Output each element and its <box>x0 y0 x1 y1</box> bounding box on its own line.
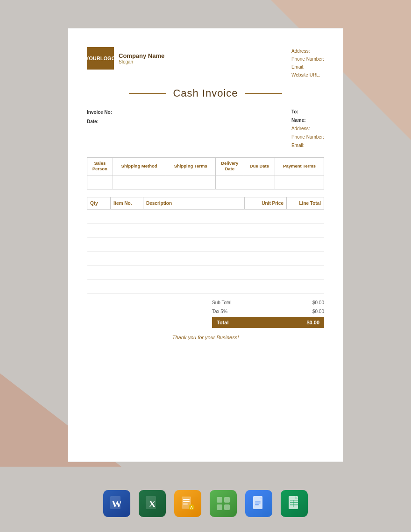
word-svg: W <box>108 495 125 512</box>
table-row <box>87 223 324 237</box>
line-total-cell <box>287 251 324 265</box>
unit-price-cell <box>245 251 287 265</box>
qty-cell <box>87 251 111 265</box>
svg-text:A: A <box>190 505 193 510</box>
word-icon[interactable]: W <box>103 490 130 517</box>
svg-rect-5 <box>183 499 190 500</box>
invoice-no-label: Invoice No: <box>87 110 112 115</box>
phone-row: Phone Number: <box>291 133 324 141</box>
item-no-cell <box>111 251 143 265</box>
col-shipping-terms: Shipping Terms <box>166 158 215 175</box>
invoice-meta: Invoice No: Date: To: Name: Address: Pho… <box>87 108 324 150</box>
items-table: Qty Item No. Description Unit Price Line… <box>87 197 324 294</box>
numbers-icon[interactable] <box>210 490 237 517</box>
table-row <box>87 265 324 279</box>
line-total-cell <box>287 209 324 223</box>
desc-cell <box>143 209 245 223</box>
invoice-document: YOUR LOGO Company Name Slogan Address: P… <box>68 28 343 462</box>
table-row <box>87 209 324 223</box>
meta-left: Invoice No: Date: <box>87 108 112 150</box>
phone-label: Phone Number: <box>291 55 324 63</box>
sales-person-cell <box>87 175 113 189</box>
svg-rect-23 <box>290 504 298 505</box>
logo-text: YOUR <box>85 55 100 62</box>
qty-cell <box>87 223 111 237</box>
pages-icon[interactable]: A <box>174 490 201 517</box>
svg-rect-6 <box>183 501 190 502</box>
gsheets-svg <box>286 495 303 512</box>
app-icons-bar: W X A <box>0 490 411 517</box>
totals-section: Sub Total $0.00 Tax 5% $0.00 Total $0.00 <box>87 298 324 328</box>
qty-cell <box>87 279 111 293</box>
email-row: Email: <box>291 141 324 150</box>
table-row <box>87 279 324 293</box>
line-total-cell <box>287 223 324 237</box>
col-payment-terms: Payment Terms <box>275 158 324 175</box>
contact-info: Address: Phone Number: Email: Website UR… <box>291 47 324 79</box>
subtotal-label: Sub Total <box>212 300 232 305</box>
total-final-row: Total $0.00 <box>212 317 324 328</box>
invoice-header: YOUR LOGO Company Name Slogan Address: P… <box>87 47 324 79</box>
address-value-label: Address: <box>291 126 310 131</box>
company-logo-area: YOUR LOGO Company Name Slogan <box>87 47 164 70</box>
svg-rect-11 <box>224 497 230 503</box>
address-row: Address: <box>291 125 324 133</box>
unit-price-cell <box>245 265 287 279</box>
company-text: Company Name Slogan <box>119 52 164 64</box>
line-total-cell <box>287 279 324 293</box>
name-label: Name: <box>291 118 306 123</box>
qty-cell <box>87 237 111 251</box>
line-total-cell <box>287 237 324 251</box>
phone-value-label: Phone Number: <box>291 134 324 140</box>
items-body <box>87 209 324 293</box>
invoice-no-row: Invoice No: <box>87 108 112 117</box>
unit-price-cell <box>245 279 287 293</box>
title-line-right <box>245 93 282 94</box>
due-date-cell <box>244 175 275 189</box>
svg-rect-21 <box>290 500 298 501</box>
line-total-cell <box>287 265 324 279</box>
shipping-header-row: SalesPerson Shipping Method Shipping Ter… <box>87 158 324 175</box>
col-description: Description <box>143 197 245 209</box>
address-label: Address: <box>291 47 324 55</box>
company-name: Company Name <box>119 52 164 59</box>
table-row <box>87 237 324 251</box>
shipping-terms-cell <box>166 175 215 189</box>
svg-rect-16 <box>255 501 261 502</box>
pages-svg: A <box>179 495 196 512</box>
svg-text:X: X <box>149 498 156 510</box>
svg-rect-7 <box>183 504 188 504</box>
title-line-left <box>129 93 166 94</box>
thank-you-message: Thank you for your Business! <box>87 335 324 340</box>
gsheets-icon[interactable] <box>281 490 308 517</box>
shipping-method-cell <box>113 175 166 189</box>
svg-rect-18 <box>255 504 259 505</box>
unit-price-cell <box>245 209 287 223</box>
website-label: Website URL: <box>291 71 324 79</box>
qty-cell <box>87 209 111 223</box>
shipping-table: SalesPerson Shipping Method Shipping Ter… <box>87 157 324 189</box>
table-row <box>87 251 324 265</box>
item-no-cell <box>111 223 143 237</box>
col-shipping-method: Shipping Method <box>113 158 166 175</box>
item-no-cell <box>111 237 143 251</box>
col-due-date: Due Date <box>244 158 275 175</box>
col-unit-price: Unit Price <box>245 197 287 209</box>
logo-text2: LOGO <box>100 55 115 62</box>
gdocs-icon[interactable] <box>245 490 272 517</box>
desc-cell <box>143 251 245 265</box>
email-value-label: Email: <box>291 143 305 148</box>
title-section: Cash Invoice <box>87 87 324 99</box>
col-line-total: Line Total <box>287 197 324 209</box>
item-no-cell <box>111 209 143 223</box>
unit-price-cell <box>245 237 287 251</box>
total-label: Total <box>217 320 228 325</box>
svg-rect-12 <box>217 504 222 510</box>
excel-svg: X <box>144 495 161 512</box>
subtotal-value: $0.00 <box>312 300 324 305</box>
date-row: Date: <box>87 117 112 126</box>
svg-rect-10 <box>217 497 222 503</box>
numbers-svg <box>215 495 232 512</box>
excel-icon[interactable]: X <box>139 490 166 517</box>
col-delivery-date: DeliveryDate <box>215 158 244 175</box>
